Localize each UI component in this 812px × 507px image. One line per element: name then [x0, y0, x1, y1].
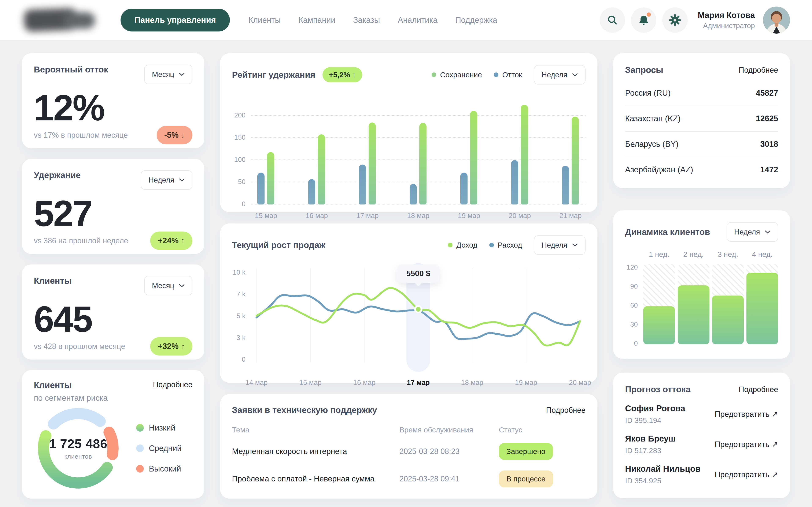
left-column: Вероятный отток Месяц 12% vs 17% в прошл…: [22, 53, 204, 499]
week-label: 1 нед.: [643, 250, 675, 259]
week-label: 4 нед.: [747, 250, 778, 259]
nav-item[interactable]: Заказы: [353, 16, 380, 25]
churn-title: Прогноз оттока: [625, 385, 691, 394]
x-label: 20 мар: [569, 379, 591, 387]
period-select[interactable]: Месяц: [144, 276, 192, 295]
avatar[interactable]: [763, 7, 790, 34]
x-label: 14 мар: [245, 379, 267, 387]
status-badge: Завершено: [499, 443, 553, 460]
x-label: 18 мар: [461, 379, 483, 387]
y-tick-label: 0: [242, 355, 246, 363]
request-count: 12625: [756, 114, 778, 123]
legend-dot-low: [136, 424, 144, 432]
donut-center-value: 1 725 486: [49, 437, 107, 451]
kpi-value: 527: [34, 195, 192, 231]
segments-title: Клиенты: [34, 380, 72, 390]
x-label: 15 мар: [255, 212, 277, 220]
more-link[interactable]: Подробнее: [153, 380, 192, 389]
churn-list: София РоговаID 395.194Предотвратить ↗Яко…: [625, 404, 778, 485]
kpi-badge: +32% ↑: [150, 337, 192, 355]
request-country: Беларусь (BY): [625, 139, 678, 149]
chevron-down-icon: [572, 73, 578, 77]
settings-button[interactable]: [662, 7, 688, 33]
y-tick-label: 50: [238, 178, 246, 186]
churn-person-name: Яков Бреуш: [625, 434, 676, 443]
retention-bar-churn: [410, 184, 417, 205]
sales-yaxis: 03 k5 k7 k10 k: [232, 263, 251, 374]
period-value: Месяц: [152, 281, 174, 290]
support-title: Заявки в техническую поддержку: [232, 405, 377, 415]
prevent-link[interactable]: Предотвратить ↗: [715, 440, 778, 449]
x-label: 15 мар: [299, 379, 321, 387]
more-link[interactable]: Подробнее: [739, 385, 778, 394]
topbar: Панель управления КлиентыКампанииЗаказыА…: [0, 0, 812, 40]
nav-item[interactable]: Поддержка: [455, 16, 497, 25]
retention-bar-churn: [308, 179, 315, 205]
kpi-value: 645: [34, 301, 192, 337]
retention-bar-save: [267, 152, 274, 205]
chevron-down-icon: [765, 230, 770, 234]
more-link[interactable]: Подробнее: [546, 406, 586, 415]
x-label: 19 мар: [458, 212, 480, 220]
dashboard-content: Вероятный отток Месяц 12% vs 17% в прошл…: [0, 40, 812, 499]
risk-segments-card: Клиенты Подробнее по сегментам риска 1 7…: [22, 370, 204, 499]
prevent-link[interactable]: Предотвратить ↗: [715, 470, 778, 479]
retention-bar-churn: [562, 166, 569, 205]
legend-label: Низкий: [149, 424, 175, 433]
nav-item[interactable]: Клиенты: [248, 16, 281, 25]
topbar-actions: Мария Котова Администратор: [594, 7, 790, 34]
period-select[interactable]: Неделя: [141, 170, 192, 190]
nav-item[interactable]: Кампании: [298, 16, 336, 25]
dynamics-bar: [678, 285, 709, 344]
more-link[interactable]: Подробнее: [739, 66, 778, 74]
donut-center-label: клиентов: [64, 453, 92, 460]
week-label: 2 нед.: [678, 250, 709, 259]
legend-dot-save: [432, 72, 436, 77]
retention-plot: 15 мар16 мар17 мар18 мар19 мар20 мар21 м…: [251, 99, 586, 205]
search-button[interactable]: [600, 7, 625, 33]
nav-item[interactable]: Аналитика: [398, 16, 438, 25]
legend-label: Расход: [498, 241, 522, 249]
kpi-compare: vs 428 в прошлом месяце: [34, 342, 125, 351]
request-row: Азербайджан (AZ)1472: [625, 157, 778, 182]
right-column: Запросы Подробнее Россия (RU)45827Казахс…: [613, 53, 790, 499]
churn-person: София РоговаID 395.194: [625, 404, 685, 425]
churn-person-id: ID 517.283: [625, 446, 676, 455]
ticket-topic: Проблема с оплатой - Неверная сумма: [232, 474, 399, 483]
user-menu[interactable]: Мария Котова Администратор: [698, 7, 790, 34]
period-select[interactable]: Неделя: [534, 235, 586, 255]
chevron-down-icon: [179, 284, 185, 287]
ticket-time: 2025-03-28 08:23: [399, 447, 499, 456]
period-select[interactable]: Неделя: [534, 65, 586, 84]
churn-person-id: ID 395.194: [625, 416, 685, 425]
dynamics-bar: [747, 273, 778, 344]
week-label: 3 нед.: [712, 250, 744, 259]
request-count: 1472: [760, 165, 778, 174]
bar-group: 18 мар: [410, 99, 427, 205]
dynamics-column: [678, 264, 709, 344]
churn-row: Николай НильцовID 354.925Предотвратить ↗: [625, 464, 778, 485]
tab-dashboard[interactable]: Панель управления: [120, 9, 230, 32]
chevron-down-icon: [179, 73, 185, 76]
x-label: 17 мар: [356, 212, 378, 220]
dynamics-column: [643, 264, 675, 344]
retention-yaxis: 050100150200: [232, 99, 251, 205]
churn-person-name: София Рогова: [625, 404, 685, 413]
prevent-link[interactable]: Предотвратить ↗: [715, 410, 778, 419]
user-role: Администратор: [698, 21, 755, 30]
retention-bar-churn: [359, 165, 366, 205]
bar-group: 15 мар: [257, 99, 275, 205]
notifications-button[interactable]: [631, 7, 656, 33]
ticket-status-cell: Завершено: [499, 443, 586, 460]
churn-person-id: ID 354.925: [625, 476, 701, 485]
period-select[interactable]: Неделя: [726, 222, 778, 242]
sales-xlabels: 14 мар15 мар16 мар17 мар18 мар19 мар20 м…: [251, 379, 586, 388]
period-select[interactable]: Месяц: [144, 65, 192, 84]
churn-row: София РоговаID 395.194Предотвратить ↗: [625, 404, 778, 425]
y-tick-label: 7 k: [237, 290, 246, 298]
requests-card: Запросы Подробнее Россия (RU)45827Казахс…: [613, 53, 790, 188]
churn-row: Яков БреушID 517.283Предотвратить ↗: [625, 434, 778, 455]
dynamics-heads: 1 нед.2 нед.3 нед.4 нед.: [643, 250, 778, 259]
legend-dot-mid: [136, 445, 144, 452]
request-row: Казахстан (KZ)12625: [625, 106, 778, 131]
